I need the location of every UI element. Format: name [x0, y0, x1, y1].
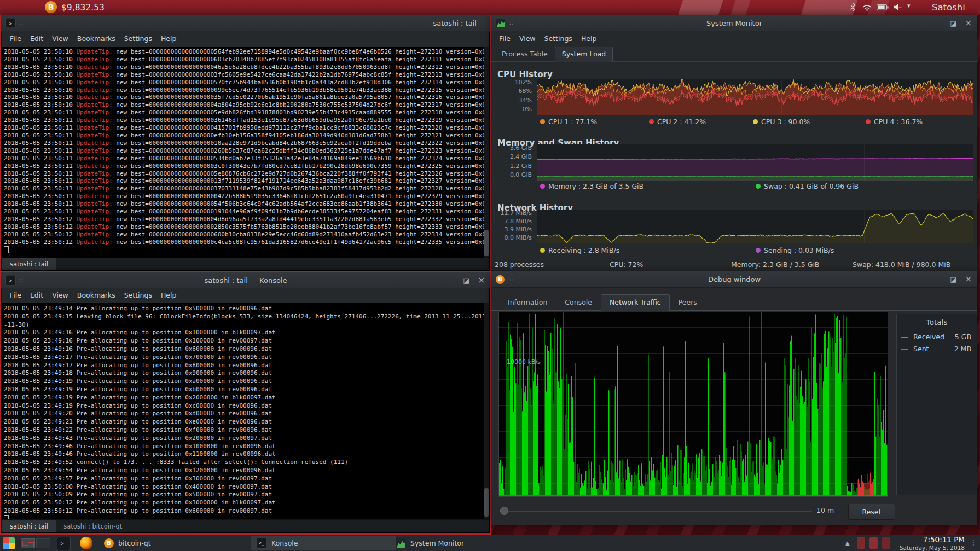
- menu-item[interactable]: Settings: [540, 31, 577, 45]
- taskbar: >_ B bitcoin-qt >_ Konsole System Monito…: [0, 535, 980, 551]
- totals-label: Sent: [913, 345, 929, 353]
- legend-item: CPU 3 : 90.0%: [753, 118, 810, 126]
- log-line: 2018-05-05 23:50:10 UpdateTip: new best=…: [4, 48, 484, 56]
- menu-item[interactable]: View: [48, 288, 73, 302]
- bluetooth-icon[interactable]: [849, 3, 856, 11]
- panel-handle-icon[interactable]: ⋮: [970, 538, 977, 547]
- log-line: 2018-05-05 23:50:10 UpdateTip: new best=…: [4, 63, 484, 71]
- debug-window: B ∷ Debug window — ◪ × InformationConsol…: [491, 271, 977, 525]
- tab-peers[interactable]: Peers: [670, 294, 706, 311]
- menu-item[interactable]: Help: [577, 31, 601, 45]
- window-title: satoshi : tail —: [1, 15, 490, 31]
- close-button[interactable]: ×: [965, 275, 972, 283]
- konsole-icon: >_: [256, 538, 267, 549]
- log-line: -11-30): [4, 321, 484, 329]
- menu-item[interactable]: Edit: [26, 31, 48, 45]
- scrollbar[interactable]: [484, 303, 489, 521]
- minimize-button[interactable]: —: [935, 20, 942, 27]
- digital-clock[interactable]: 7:50:11 PM Saturday, May 5, 2018: [899, 536, 965, 551]
- maximize-button[interactable]: ◪: [463, 277, 469, 284]
- systray-expander-icon[interactable]: ▲: [845, 540, 850, 546]
- tab-network-traffic[interactable]: Network Traffic: [601, 294, 670, 311]
- menu-item[interactable]: Settings: [120, 288, 156, 302]
- maximize-button[interactable]: ◪: [950, 276, 956, 283]
- log-line: 2018-05-05 23:50:11 UpdateTip: new best=…: [4, 177, 484, 185]
- close-button[interactable]: ×: [478, 276, 485, 285]
- tray-icon[interactable]: [869, 537, 878, 549]
- volume-muted-icon[interactable]: [893, 3, 902, 11]
- tab-strip: InformationConsoleNetwork TrafficPeers: [491, 294, 977, 311]
- axis-tick: 34%: [519, 97, 532, 104]
- legend-dot: [540, 184, 545, 189]
- minimize-button[interactable]: —: [935, 276, 942, 283]
- reset-button[interactable]: Reset: [848, 504, 895, 520]
- app-launcher-icon[interactable]: [3, 537, 15, 549]
- time-range-slider-handle[interactable]: [500, 507, 508, 515]
- menu-item[interactable]: File: [5, 288, 26, 302]
- log-line: 2018-05-05 23:49:20 Pre-allocating up to…: [4, 410, 484, 418]
- tab-information[interactable]: Information: [499, 294, 556, 311]
- bitcoin-icon: B: [104, 538, 114, 548]
- axis-tick: 3.6 GiB: [510, 144, 532, 152]
- time-range-slider-track[interactable]: [503, 511, 812, 512]
- terminal-log[interactable]: 2018-05-05 23:49:14 Pre-allocating up to…: [2, 303, 484, 523]
- menu-bar: FileEditViewBookmarksSettingsHelp: [2, 31, 489, 47]
- menu-item[interactable]: File: [5, 31, 26, 45]
- legend-dot: [540, 248, 545, 253]
- menu-item[interactable]: View: [48, 31, 73, 45]
- title-bar[interactable]: > ∷ satoshi : tail —: [1, 15, 490, 32]
- tray-icon[interactable]: [857, 537, 865, 549]
- legend-dot: [753, 119, 758, 124]
- axis-tick: 1.2 GiB: [510, 163, 532, 170]
- log-line: 2018-05-05 23:50:12 Pre-allocating up to…: [4, 507, 484, 515]
- tab-console[interactable]: Console: [556, 294, 601, 311]
- close-button[interactable]: ×: [965, 19, 972, 27]
- log-line: 2018-05-05 23:50:12 UpdateTip: new best=…: [4, 231, 484, 239]
- network-axis-ticks: 11.7 MiB/s7.8 MiB/s3.9 MiB/s0.0 MiB/s: [491, 210, 535, 241]
- scrollbar-thumb[interactable]: [484, 230, 489, 256]
- log-line: 2018-05-05 23:49:46 Pre-allocating up to…: [4, 450, 484, 459]
- tab-satoshi-tail[interactable]: satoshi : tail: [2, 520, 56, 532]
- battery-icon[interactable]: [877, 4, 889, 10]
- terminal-log[interactable]: 2018-05-05 23:50:10 UpdateTip: new best=…: [2, 47, 484, 258]
- menu-item[interactable]: Settings: [120, 31, 156, 45]
- log-line: 2018-05-05 23:49:19 Pre-allocating up to…: [4, 386, 484, 394]
- chevron-down-icon[interactable]: ▾: [907, 2, 911, 9]
- log-line: 2018-05-05 23:50:11 UpdateTip: new best=…: [4, 140, 484, 147]
- window-title: System Monitor: [491, 15, 977, 31]
- wifi-icon[interactable]: [862, 4, 872, 11]
- log-line: 2018-05-05 23:50:11 UpdateTip: new best=…: [4, 117, 484, 124]
- scrollbar-thumb[interactable]: [484, 488, 489, 517]
- menu-item[interactable]: Bookmarks: [73, 31, 120, 45]
- legend-dot: [756, 184, 761, 189]
- scrollbar[interactable]: [484, 47, 489, 258]
- firefox-icon[interactable]: [80, 537, 92, 549]
- title-bar[interactable]: B ∷ Debug window — ◪ ×: [491, 271, 977, 288]
- legend-dot: [866, 119, 871, 124]
- tab-system-load[interactable]: System Load: [555, 47, 613, 62]
- tab-process-table[interactable]: Process Table: [495, 47, 555, 62]
- tab-satoshi-bitcoin-qt[interactable]: satoshi : bitcoin-qt: [56, 520, 130, 532]
- terminal-tab[interactable]: satoshi : tail: [2, 258, 56, 270]
- menu-item[interactable]: File: [495, 31, 515, 45]
- pager-desktop-1[interactable]: [21, 538, 35, 548]
- task-button-konsole[interactable]: >_ Konsole: [251, 536, 396, 550]
- pager-desktop-2[interactable]: [36, 538, 50, 548]
- log-line: 2018-05-05 23:50:12 Pre-allocating up to…: [4, 499, 484, 507]
- task-button-bitcoin-qt[interactable]: B bitcoin-qt: [98, 536, 256, 550]
- log-line: 2018-05-05 23:49:16 Pre-allocating up to…: [4, 329, 484, 337]
- menu-item[interactable]: Help: [156, 288, 181, 302]
- konsole-launcher-icon[interactable]: >_: [57, 537, 71, 550]
- menu-item[interactable]: Help: [156, 31, 181, 45]
- title-bar[interactable]: ∷ System Monitor — ◪ ×: [491, 15, 977, 32]
- menu-item[interactable]: Edit: [26, 288, 48, 302]
- minimize-button[interactable]: —: [448, 277, 455, 284]
- menu-item[interactable]: View: [515, 31, 540, 45]
- log-line: 2018-05-05 23:50:12 UpdateTip: new best=…: [4, 239, 484, 246]
- title-bar[interactable]: > ∷ satoshi : tail — Konsole — ◪ ×: [1, 272, 490, 288]
- menu-item[interactable]: Bookmarks: [73, 288, 120, 302]
- tray-icon[interactable]: [882, 537, 890, 549]
- legend-item: CPU 1 : 77.1%: [540, 118, 597, 126]
- task-button-system-monitor[interactable]: System Monitor: [391, 536, 540, 550]
- maximize-button[interactable]: ◪: [950, 20, 956, 27]
